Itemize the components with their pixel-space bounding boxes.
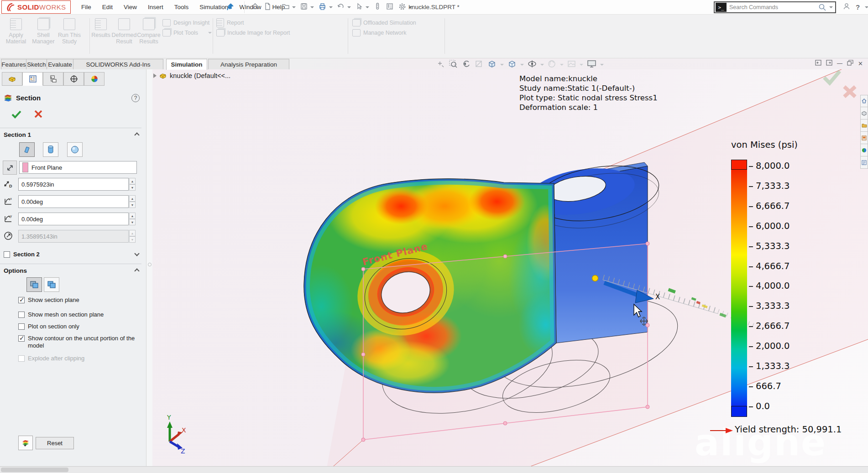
plane-handle[interactable] [361,267,365,271]
property-manager-tab[interactable] [22,72,43,86]
file-explorer-tab[interactable] [860,120,868,132]
open-icon[interactable] [282,2,290,12]
display-style-icon[interactable] [507,59,517,70]
y-rotation-field[interactable]: 0.00deg [18,213,129,225]
include-image-for-report-button[interactable]: Include Image for Report [216,28,290,37]
undo-caret[interactable] [347,6,351,8]
help-button[interactable]: ? [856,3,860,11]
view-orientation-icon[interactable] [487,59,497,70]
hide-show-caret[interactable] [540,64,544,66]
window-close-icon[interactable]: ✕ [858,60,863,67]
tab-simulation[interactable]: Simulation [166,59,207,70]
appearance-caret[interactable] [560,64,564,66]
tab-solidworks-add-ins[interactable]: SOLIDWORKS Add-Ins [73,59,163,69]
manage-network-button[interactable]: Manage Network [352,28,407,37]
display-style-caret[interactable] [520,64,524,66]
window-minimize-icon[interactable]: — [837,60,842,67]
union-zone-button[interactable] [44,277,59,292]
section2-checkbox[interactable]: Section 2 [4,251,123,258]
undo-icon[interactable] [337,2,345,12]
section-view-icon[interactable] [474,59,484,70]
apply-scene-icon[interactable] [567,59,576,70]
run-this-study-button[interactable]: Run This Study [50,17,89,56]
plane-handle[interactable] [646,405,649,409]
show-mesh-checkbox[interactable]: Show mesh on section plane [18,311,138,318]
hide-show-items-icon[interactable] [527,59,537,70]
zoom-area-icon[interactable] [449,59,458,70]
solidworks-logo[interactable]: SOLIDWORKS [1,0,71,14]
section2-collapse-chevron[interactable] [134,251,139,256]
cancel-button[interactable] [34,109,43,120]
select-caret[interactable] [366,6,369,8]
report-button[interactable]: Report [216,18,244,27]
menu-simulation[interactable]: Simulation [199,4,228,10]
deformed-result-button[interactable]: Deformed Result [112,17,136,56]
plot-on-section-only-checkbox[interactable]: Plot on section only [18,323,138,330]
tab-analysis-preparation[interactable]: Analysis Preparation [208,59,289,69]
appearances-scenes-tab[interactable] [860,144,868,156]
show-contour-uncut-checkbox[interactable]: Show contour on the uncut portion of the… [18,335,138,349]
dim-xpert-tab[interactable] [63,72,84,86]
home-icon[interactable] [251,2,259,12]
show-section-plane-checkbox[interactable]: Show section plane [18,296,138,304]
view-orientation-caret[interactable] [500,64,504,66]
intersection-zone-button[interactable] [26,277,42,292]
menu-file[interactable]: File [81,4,91,10]
custom-properties-tab[interactable] [860,156,868,169]
options-list-icon[interactable] [386,2,394,12]
tree-root-label[interactable]: knuckle (Default<<... [170,72,230,79]
plot-tools-caret[interactable] [208,32,212,34]
reset-button[interactable]: Reset [36,437,74,449]
panel-splitter[interactable] [146,69,152,466]
select-icon[interactable] [355,2,363,12]
open-caret[interactable] [292,6,296,8]
clipping-options-button[interactable] [18,436,33,450]
plane-handle[interactable] [503,421,507,425]
section1-collapse-chevron[interactable] [134,132,139,137]
save-caret[interactable] [310,6,314,8]
checkbox-box[interactable] [18,323,25,330]
section2-checkbox-box[interactable] [4,251,10,258]
checkbox-box[interactable] [18,312,25,318]
previous-view-icon[interactable] [461,59,471,70]
tab-features[interactable]: Features [1,59,26,69]
planar-section-button[interactable] [19,142,35,157]
menu-tools[interactable]: Tools [174,4,189,10]
tab-evaluate[interactable]: Evaluate [47,59,73,69]
reverse-direction-button[interactable] [3,161,17,175]
menu-insert[interactable]: Insert [148,4,163,10]
spherical-section-button[interactable] [67,142,83,157]
edit-appearance-icon[interactable] [547,59,557,70]
tab-sketch[interactable]: Sketch [26,59,47,69]
new-document-caret[interactable] [274,6,277,8]
x-rotation-spinner[interactable]: ▲▼ [129,195,136,208]
tree-expand-icon[interactable] [153,73,157,78]
feature-tree-root[interactable]: knuckle (Default<<... [153,72,230,79]
save-icon[interactable] [300,2,308,12]
plane-handle[interactable] [646,242,649,245]
window-restore-icon[interactable] [847,60,853,67]
configuration-manager-tab[interactable] [43,72,63,86]
horizontal-scrollbar[interactable] [0,466,868,473]
x-rotation-field[interactable]: 0.00deg [18,195,129,208]
search-caret[interactable] [829,6,833,8]
section1-header[interactable]: Section 1 [4,131,31,138]
offset-distance-field[interactable]: 0.5975923in [18,178,129,191]
scrollbar-thumb[interactable] [1,468,68,472]
plane-handle[interactable] [503,255,507,258]
y-rotation-spinner[interactable]: ▲▼ [129,213,136,225]
settings-caret[interactable] [409,6,413,8]
menu-edit[interactable]: Edit [102,4,113,10]
new-document-icon[interactable] [263,2,272,12]
options-header[interactable]: Options [4,267,27,274]
ok-button[interactable] [11,109,22,120]
compare-results-button[interactable]: Compare Results [137,17,161,56]
offloaded-simulation-button[interactable]: Offloaded Simulation [352,18,416,27]
search-commands-input[interactable] [727,4,818,10]
collapse-right-pane-icon[interactable] [826,60,832,67]
zoom-fit-icon[interactable] [436,59,445,70]
plane-handle[interactable] [361,438,365,442]
plane-handle[interactable] [361,353,365,356]
menu-view[interactable]: View [124,4,137,10]
scene-caret[interactable] [580,64,583,66]
